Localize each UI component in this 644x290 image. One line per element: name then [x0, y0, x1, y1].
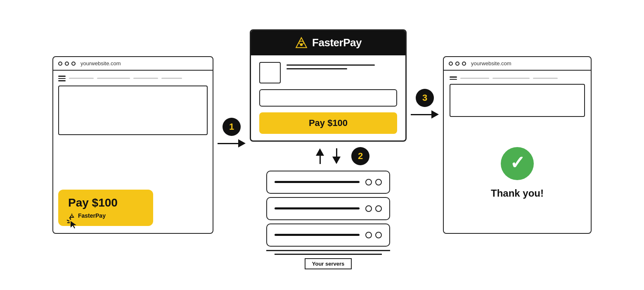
vertical-up-arrow	[316, 148, 324, 164]
fasterpay-modal: FasterPay Pay $100	[250, 29, 407, 142]
left-browser-content: Pay $100 FasterPay	[53, 71, 213, 231]
server-circle-2b	[375, 205, 382, 212]
svg-line-3	[67, 220, 69, 221]
browser-dot-3	[71, 62, 76, 66]
step1-badge: 1	[223, 118, 241, 136]
right-content-box	[450, 84, 585, 117]
step3-arrow-head	[431, 110, 439, 119]
server-row-1	[266, 171, 390, 194]
nav-dash-1	[69, 78, 94, 79]
product-line-1	[286, 64, 375, 66]
v-arrow-head-down	[332, 157, 341, 164]
left-nav-bar	[58, 76, 208, 81]
server-circles-3	[365, 232, 382, 238]
modal-body: Pay $100	[251, 55, 405, 140]
server-bar-3	[275, 234, 360, 236]
server-row-2	[266, 197, 390, 220]
step2-badge: 2	[351, 147, 369, 165]
step1-arrow-head	[238, 139, 246, 147]
nav-dash-2	[97, 78, 130, 79]
modal-product-row	[259, 62, 397, 83]
left-browser-titlebar: yourwebsite.com	[53, 57, 213, 71]
server-circle-3b	[375, 232, 382, 238]
step1-arrow	[218, 139, 246, 147]
right-hamburger-icon	[450, 76, 457, 80]
step3-connector: 3	[411, 89, 439, 119]
server-circle-3a	[365, 232, 372, 238]
fasterpay-title: FasterPay	[312, 36, 362, 49]
hamburger-icon	[58, 76, 66, 81]
right-nav-bar	[450, 76, 585, 80]
check-mark-icon: ✓	[510, 154, 525, 172]
server-row-3	[266, 223, 390, 247]
server-circles-2	[365, 205, 382, 212]
nav-dash-4	[161, 78, 182, 79]
browser-dot-2	[65, 62, 69, 66]
step1-arrow-shaft	[218, 143, 238, 144]
right-nav-dash-2	[492, 78, 530, 79]
fasterpay-header: FasterPay	[251, 31, 405, 55]
right-browser-dot-2	[455, 62, 459, 66]
server-circle-1b	[375, 179, 382, 185]
left-browser-url: yourwebsite.com	[80, 60, 121, 67]
v-arrow-shaft-down	[336, 148, 337, 157]
step3-badge: 3	[416, 89, 434, 107]
payment-flow-diagram: yourwebsite.com Pay $100	[21, 9, 623, 281]
right-browser-dot-3	[462, 62, 466, 66]
right-browser-titlebar: yourwebsite.com	[444, 57, 591, 71]
fp-header-logo-icon	[295, 36, 308, 50]
thank-you-text: Thank you!	[491, 188, 544, 199]
svg-point-8	[300, 43, 303, 45]
step3-arrow-shaft	[411, 114, 431, 115]
server-stack: Your servers	[266, 171, 390, 269]
step2-area: 2	[316, 142, 341, 171]
modal-pay-button[interactable]: Pay $100	[259, 112, 397, 134]
server-circle-2a	[365, 205, 372, 212]
right-browser-content: ✓ Thank you!	[444, 71, 591, 231]
nav-dash-3	[133, 78, 158, 79]
center-column: FasterPay Pay $100	[250, 21, 407, 269]
server-base-line-wide	[266, 250, 390, 251]
success-area: ✓ Thank you!	[450, 121, 585, 225]
right-browser-url: yourwebsite.com	[471, 60, 511, 67]
server-circle-1a	[365, 179, 372, 185]
product-lines	[286, 62, 397, 69]
modal-input-field[interactable]	[259, 89, 397, 107]
right-browser-window: yourwebsite.com ✓ Thank you!	[443, 56, 592, 234]
left-browser-window: yourwebsite.com Pay $100	[52, 56, 213, 234]
step1-connector: 1	[218, 118, 246, 147]
browser-dot-1	[58, 62, 62, 66]
v-arrow-head-up	[316, 148, 324, 156]
product-line-2	[286, 68, 347, 69]
server-label: Your servers	[305, 258, 352, 269]
right-nav-dash-1	[460, 78, 489, 79]
vertical-down-arrow	[332, 148, 341, 164]
right-browser-dot-1	[449, 62, 453, 66]
server-circles-1	[365, 179, 382, 185]
cursor-icon	[66, 217, 78, 231]
server-bar-2	[275, 207, 360, 209]
svg-line-4	[70, 218, 71, 219]
right-nav-dash-3	[533, 78, 558, 79]
svg-marker-7	[296, 38, 307, 48]
left-content-box	[58, 86, 208, 135]
v-arrow-shaft-up	[320, 156, 321, 164]
server-base-lines: Your servers	[266, 250, 390, 269]
server-bar-1	[275, 181, 360, 183]
step3-arrow	[411, 110, 439, 119]
success-check-circle: ✓	[501, 147, 534, 180]
product-image	[259, 62, 281, 83]
server-base-line-narrow	[275, 254, 382, 255]
pay-button-amount: Pay $100	[68, 196, 118, 209]
svg-marker-6	[71, 221, 76, 228]
